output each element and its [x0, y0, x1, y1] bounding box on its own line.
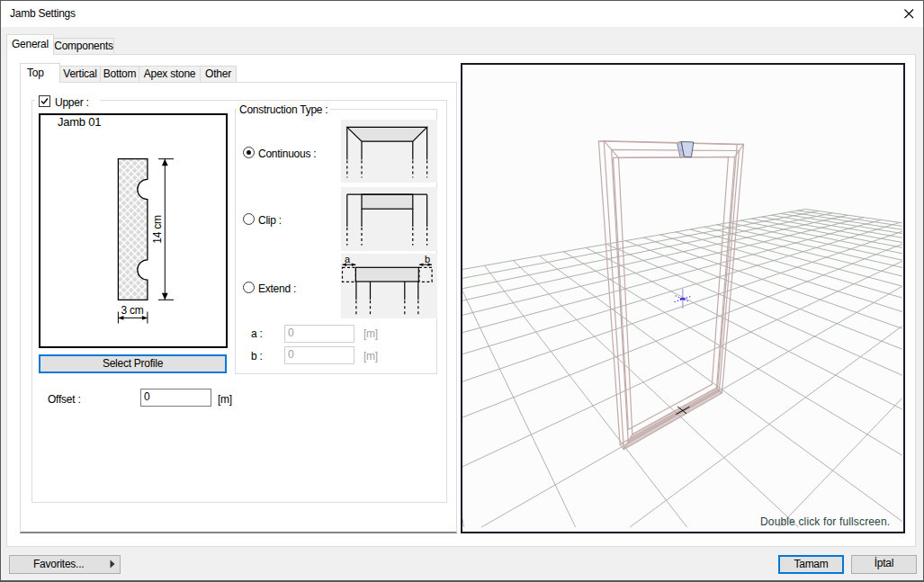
svg-text:a: a — [345, 254, 351, 264]
svg-text:b: b — [425, 254, 430, 264]
svg-text:Jamb 01: Jamb 01 — [58, 115, 101, 129]
svg-text:3 cm: 3 cm — [121, 304, 143, 317]
svg-text:14 cm: 14 cm — [151, 215, 164, 244]
